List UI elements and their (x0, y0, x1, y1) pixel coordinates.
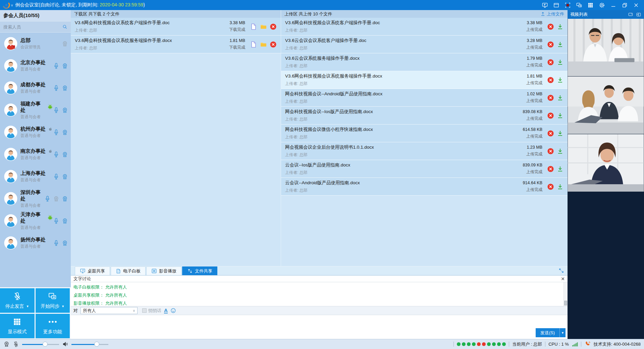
delete-file-icon[interactable] (547, 77, 554, 84)
upload-file-row[interactable]: V3.6网会科技视频会议系统服务端操作手册.docx 上传者: 总部 1.81 … (281, 71, 568, 89)
webcam-icon[interactable] (62, 218, 68, 224)
delete-file-icon[interactable] (270, 23, 277, 30)
tab-whiteboard[interactable]: 电子白板 (111, 266, 146, 275)
delete-file-icon[interactable] (547, 112, 554, 119)
microphone-icon[interactable] (53, 85, 59, 91)
chat-message-input[interactable] (71, 315, 568, 339)
webcam-icon[interactable] (62, 173, 68, 180)
participant-row[interactable]: 福建办事处 普通与会者 (0, 99, 71, 121)
start-sync-button[interactable]: 开始同步▼ (36, 288, 70, 313)
participant-row[interactable]: 上海办事处 普通与会者 (0, 165, 71, 188)
sync-screens-icon[interactable] (576, 2, 582, 8)
upload-file-row[interactable]: 云会议--Android版产品使用指南.docx 上传者: 总部 914.64 … (281, 178, 568, 196)
microphone-icon[interactable] (53, 151, 59, 158)
send-options-caret[interactable]: ▼ (559, 328, 566, 337)
participant-row[interactable]: 北京办事处 普通与会者 (0, 55, 71, 77)
window-mode-icon[interactable] (553, 2, 559, 8)
webcam-icon[interactable] (62, 196, 68, 202)
mic-volume-slider[interactable] (22, 342, 59, 347)
chat-scrollbar[interactable] (564, 282, 568, 306)
download-file-icon[interactable] (557, 41, 564, 48)
minimize-button[interactable] (610, 2, 616, 8)
tab-desktop-share[interactable]: 桌面共享 (75, 266, 110, 275)
microphone-icon[interactable] (53, 217, 59, 224)
delete-file-icon[interactable] (547, 94, 554, 101)
webcam-icon-grey[interactable] (62, 41, 68, 47)
video-thumbnail[interactable] (568, 77, 644, 134)
microphone-icon[interactable] (44, 195, 51, 202)
display-mode-button[interactable]: 显示模式 (0, 314, 35, 338)
webcam-icon[interactable] (62, 63, 68, 69)
webcam-icon[interactable] (62, 85, 68, 91)
download-file-icon[interactable] (557, 59, 564, 65)
download-file-icon[interactable] (557, 94, 564, 101)
delete-file-icon[interactable] (270, 41, 277, 48)
participant-row[interactable]: 成都办事处 普通与会者 (0, 77, 71, 99)
delete-file-icon[interactable] (547, 165, 554, 172)
mic-muted-status-icon[interactable] (13, 341, 19, 347)
expand-fullscreen-icon[interactable] (558, 268, 564, 273)
whisper-checkbox[interactable] (142, 308, 147, 313)
chat-close-icon[interactable]: ✕ (561, 277, 565, 281)
upload-file-row[interactable]: V3.6云会议会议系统客户端操作手册.doc 上传者: 总部 3.28 MB 上… (281, 36, 568, 53)
microphone-icon[interactable] (53, 129, 59, 136)
download-file-icon[interactable] (557, 130, 564, 137)
recipient-select[interactable]: 所有人∨ (80, 307, 138, 314)
open-folder-icon[interactable] (260, 23, 267, 30)
upload-file-row[interactable]: 云会议--Ios版产品使用指南.docx 上传者: 总部 839.09 KB 上… (281, 160, 568, 178)
open-folder-icon[interactable] (260, 41, 267, 48)
delete-file-icon[interactable] (547, 23, 554, 30)
upload-file-row[interactable]: 网会视频会议企业后台使用说明书1.0.1.docx 上传者: 总部 1.23 M… (281, 142, 568, 160)
webcam-icon[interactable] (62, 240, 68, 246)
dropdown-caret-icon[interactable]: ▼ (26, 305, 29, 308)
participant-row[interactable]: 总部 会议管理员 (0, 33, 71, 55)
screen-share-icon[interactable] (542, 2, 548, 8)
speaker-volume-slider[interactable] (71, 342, 108, 347)
settings-gear-icon[interactable] (599, 2, 605, 8)
download-file-icon[interactable] (557, 148, 564, 154)
search-icon[interactable] (62, 24, 67, 30)
tab-media-play[interactable]: 影音播放 (146, 266, 181, 275)
microphone-icon[interactable] (53, 173, 59, 180)
download-file-icon[interactable] (557, 112, 564, 119)
more-functions-button[interactable]: 更多功能 (36, 314, 70, 338)
microphone-icon[interactable] (53, 107, 59, 113)
chat-scrollbar-thumb[interactable] (564, 301, 567, 305)
download-file-row[interactable]: V3.6网会科技视频会议系统服务端操作手册.docx 上传者: 总部 1.81 … (71, 36, 281, 53)
video-thumbnail[interactable] (568, 134, 644, 192)
participant-row[interactable]: 南京办事处 普通与会者 (0, 143, 71, 165)
speaker-icon[interactable] (62, 341, 68, 347)
open-file-icon[interactable] (250, 41, 257, 48)
video-thumbnail[interactable] (568, 19, 644, 77)
title-menu-chevron-icon[interactable]: ∨ (11, 3, 13, 7)
search-input[interactable] (3, 24, 62, 30)
record-icon[interactable] (565, 2, 571, 8)
webcam-icon-grey[interactable] (53, 196, 59, 202)
webcam-status-icon[interactable] (3, 341, 10, 347)
delete-file-icon[interactable] (547, 130, 554, 137)
download-file-icon[interactable] (557, 77, 564, 83)
delete-file-icon[interactable] (547, 148, 554, 155)
download-file-row[interactable]: V3.6网会科技视频会议系统客户端操作手册.doc 上传者: 总部 3.38 M… (71, 18, 281, 36)
delete-file-icon[interactable] (547, 183, 554, 190)
video-layout-icon[interactable] (636, 12, 641, 17)
upload-file-row[interactable]: V3.6云会议系统服务端操作手册.docx 上传者: 总部 1.79 MB 上传… (281, 53, 568, 71)
participant-row[interactable]: 深圳办事处 普通与会者 (0, 188, 71, 210)
upload-file-row[interactable]: 网会科技视频会议--Android版产品使用指南.docx 上传者: 总部 1.… (281, 89, 568, 107)
upload-file-row[interactable]: 网会科技视频会议--Ios版产品使用指南.docx 上传者: 总部 839.08… (281, 107, 568, 124)
participant-row[interactable]: 扬州办事处 普通与会者 (0, 232, 71, 254)
video-popup-icon[interactable] (628, 12, 633, 17)
emoji-icon[interactable] (170, 308, 176, 313)
participant-row[interactable]: 天津办事处 普通与会者 (0, 210, 71, 232)
microphone-icon[interactable] (53, 62, 59, 69)
tab-file-share[interactable]: 文件共享 (182, 266, 217, 275)
upload-file-row[interactable]: V3.6网会科技视频会议系统客户端操作手册.doc 上传者: 总部 3.38 M… (281, 18, 568, 36)
microphone-icon[interactable] (53, 240, 59, 246)
webcam-icon[interactable] (62, 129, 68, 136)
apps-grid-icon[interactable] (587, 2, 594, 8)
upload-file-button[interactable]: 上传文件 (540, 11, 564, 17)
webcam-icon[interactable] (62, 151, 68, 158)
participant-row[interactable]: 杭州办事处 普通与会者 (0, 121, 71, 143)
close-button[interactable] (633, 2, 639, 8)
delete-file-icon[interactable] (547, 59, 554, 66)
